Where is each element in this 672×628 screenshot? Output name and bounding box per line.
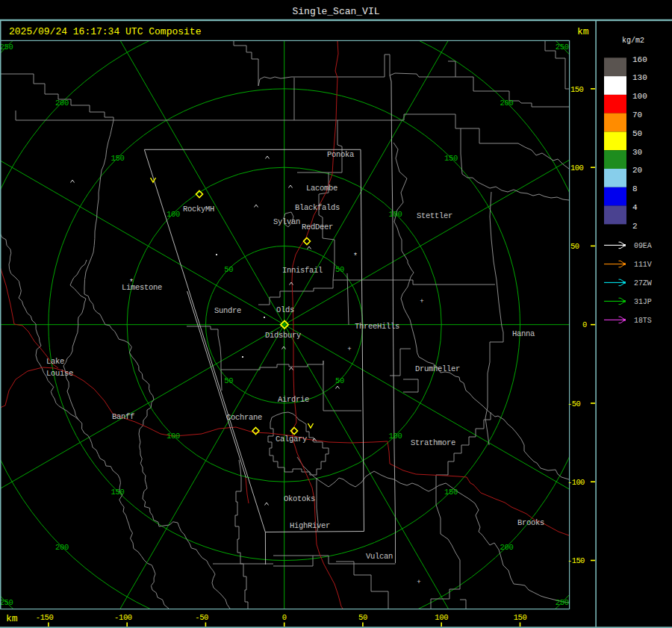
svg-text:150: 150 (444, 488, 458, 497)
svg-text:Stettler: Stettler (417, 211, 452, 220)
svg-text:30: 30 (632, 148, 642, 157)
svg-text:0: 0 (282, 613, 287, 622)
svg-text:-50: -50 (195, 613, 208, 622)
svg-text:150: 150 (444, 154, 458, 163)
svg-text:-100: -100 (567, 478, 585, 487)
svg-text:100: 100 (632, 92, 647, 101)
svg-text:50: 50 (224, 376, 233, 385)
svg-text:150: 150 (514, 613, 527, 622)
svg-text:250: 250 (0, 598, 13, 607)
svg-text:100: 100 (167, 210, 180, 219)
svg-text:18TS: 18TS (634, 317, 652, 325)
svg-text:RockyMH: RockyMH (183, 205, 214, 214)
svg-text:150: 150 (111, 154, 124, 163)
svg-text:0: 0 (582, 320, 587, 329)
svg-text:100: 100 (570, 164, 583, 172)
svg-text:250: 250 (556, 598, 569, 607)
svg-text:130: 130 (632, 73, 647, 82)
svg-text:50: 50 (570, 242, 579, 251)
svg-text:Drumheller: Drumheller (415, 364, 460, 373)
svg-text:Single_Scan_VIL: Single_Scan_VIL (292, 6, 379, 17)
svg-text:200: 200 (500, 99, 513, 108)
svg-text:Didsbury: Didsbury (265, 331, 301, 340)
svg-text:100: 100 (388, 210, 402, 219)
svg-text:250: 250 (0, 43, 13, 52)
svg-text:100: 100 (435, 613, 448, 622)
svg-text:Okotoks: Okotoks (284, 494, 315, 503)
svg-text:RedDeer: RedDeer (302, 223, 333, 231)
svg-text:100: 100 (388, 432, 402, 441)
svg-text:Louise: Louise (46, 369, 73, 378)
svg-text:Banff: Banff (112, 412, 134, 421)
svg-text:20: 20 (632, 166, 642, 175)
svg-text:Brooks: Brooks (517, 518, 544, 527)
svg-text:*: * (353, 252, 358, 261)
svg-text:Blackfalds: Blackfalds (295, 203, 340, 212)
svg-text:-50: -50 (567, 400, 580, 408)
svg-text:km: km (577, 26, 589, 37)
svg-text:Sylvan: Sylvan (273, 217, 300, 226)
svg-text:160: 160 (632, 55, 647, 64)
svg-text:Calgary: Calgary (276, 435, 307, 444)
svg-text:Strathmore: Strathmore (411, 438, 455, 447)
svg-text:Hanna: Hanna (512, 329, 535, 338)
svg-text:+: + (417, 579, 420, 586)
svg-text:50: 50 (335, 265, 344, 274)
svg-text:250: 250 (556, 43, 569, 52)
svg-text:+: + (347, 346, 351, 353)
svg-text:Olds: Olds (276, 305, 294, 314)
svg-text:Lacombe: Lacombe (306, 184, 337, 193)
svg-text:200: 200 (55, 99, 69, 108)
svg-text:Cochrane: Cochrane (226, 413, 262, 422)
svg-text:km: km (6, 613, 18, 624)
svg-text:150: 150 (111, 488, 124, 497)
svg-text:Innisfail: Innisfail (282, 266, 323, 275)
svg-text:200: 200 (500, 543, 513, 552)
svg-text:50: 50 (224, 265, 233, 274)
svg-text:150: 150 (570, 85, 583, 94)
svg-text:31JP: 31JP (634, 298, 652, 306)
svg-text:+: + (420, 298, 423, 305)
svg-text:Airdrie: Airdrie (278, 395, 309, 404)
svg-text:HighRiver: HighRiver (290, 521, 330, 530)
svg-text:111V: 111V (634, 261, 652, 269)
svg-text:2: 2 (632, 222, 638, 231)
svg-text:-150: -150 (567, 556, 585, 565)
svg-text:Limestone: Limestone (122, 283, 162, 292)
svg-text:50: 50 (632, 129, 642, 138)
svg-text:Vulcan: Vulcan (366, 552, 393, 561)
svg-text:Ponoka: Ponoka (327, 150, 354, 159)
svg-text:*: * (129, 279, 134, 287)
svg-text:kg/m2: kg/m2 (622, 37, 644, 45)
svg-text:4: 4 (632, 203, 638, 212)
svg-text:2025/09/24 16:17:34 UTC Compos: 2025/09/24 16:17:34 UTC Composite (9, 26, 201, 37)
svg-text:200: 200 (55, 543, 69, 552)
svg-text:50: 50 (335, 376, 344, 385)
svg-text:Lake: Lake (46, 357, 64, 366)
svg-text:Sundre: Sundre (214, 306, 241, 315)
svg-text:-150: -150 (36, 613, 54, 622)
svg-text:-100: -100 (114, 613, 132, 622)
svg-text:27ZW: 27ZW (634, 279, 652, 287)
svg-text:70: 70 (632, 111, 642, 119)
svg-text:50: 50 (358, 613, 367, 622)
svg-text:8: 8 (632, 184, 638, 193)
svg-text:100: 100 (167, 432, 180, 441)
svg-text:09EA: 09EA (634, 242, 652, 250)
svg-text:ThreeHills: ThreeHills (355, 322, 399, 331)
